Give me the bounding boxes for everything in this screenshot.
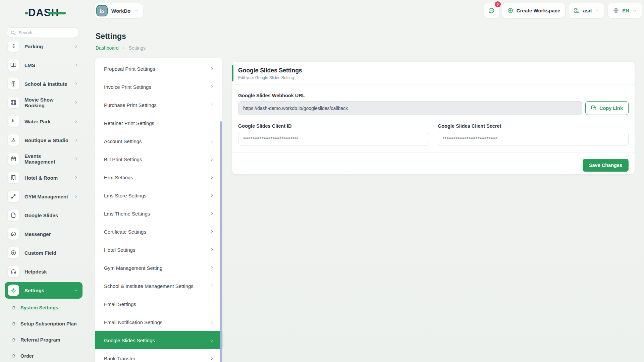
settings-menu-item-email-notification[interactable]: Email Notification Settings — [95, 313, 222, 331]
settings-menu-label: Hotel Settings — [104, 247, 210, 253]
sidebar-subitem-system-settings[interactable]: System Settings — [0, 300, 87, 316]
workspace-selector[interactable]: WorkDo — [95, 3, 143, 18]
sidebar-item-settings[interactable]: Settings — [0, 281, 87, 300]
language-dropdown[interactable]: EN — [608, 3, 642, 18]
sidebar-item-boutique-studio[interactable]: Boutique & Studio — [0, 131, 87, 149]
chevron-down-icon — [134, 8, 139, 13]
hotel-building-icon — [8, 172, 19, 183]
save-changes-button[interactable]: Save Changes — [583, 159, 629, 172]
settings-menu-item-retainer-print[interactable]: Retainer Print Settings — [95, 114, 222, 132]
client-id-input[interactable] — [238, 132, 429, 145]
messenger-button[interactable]: 0 — [484, 3, 499, 18]
chevron-right-icon — [74, 44, 78, 49]
settings-menu-item-google-slides[interactable]: Google Slides Settings — [95, 331, 222, 349]
sidebar-subitem-order[interactable]: Order — [0, 348, 87, 362]
sidebar-item-label: Google Slides — [24, 213, 87, 218]
client-secret-input[interactable] — [438, 132, 629, 145]
sidebar-item-helpdesk[interactable]: Helpdesk — [0, 262, 87, 281]
settings-menu-item-proposal-print[interactable]: Proposal Print Settings — [95, 60, 222, 78]
settings-menu-label: Certificate Settings — [104, 229, 210, 235]
settings-menu-label: Proposal Print Settings — [104, 66, 210, 72]
sidebar-subitem-label: Referral Program — [20, 337, 60, 343]
open-book-icon — [8, 59, 19, 71]
settings-menu-item-school-institute-management[interactable]: School & Institute Management Settings — [95, 277, 222, 295]
settings-menu-item-invoice-print[interactable]: Invoice Print Settings — [95, 78, 222, 96]
sidebar-item-custom-field[interactable]: Custom Field — [0, 243, 87, 262]
breadcrumb-current: Settings — [129, 45, 146, 51]
search-input[interactable] — [18, 30, 75, 36]
sidebar-subitem-label: Order — [20, 353, 34, 359]
chevron-right-icon — [210, 229, 214, 234]
workspace-building-icon — [96, 5, 108, 16]
sidebar-item-movie-show-booking[interactable]: Movie Show Booking — [0, 93, 87, 112]
sidebar-item-messenger[interactable]: Messenger — [0, 225, 87, 243]
logo-accent-bar-icon — [48, 12, 66, 14]
workspace-switcher-label: asd — [583, 8, 592, 13]
settings-menu-item-account[interactable]: Account Settings — [95, 132, 222, 150]
settings-menu-item-email[interactable]: Email Settings — [95, 295, 222, 313]
donut-icon — [11, 306, 16, 310]
sidebar-item-events-management[interactable]: Events Management — [0, 149, 87, 168]
chevron-down-icon — [632, 8, 637, 13]
file-icon — [8, 209, 19, 221]
chevron-right-icon — [210, 338, 214, 343]
calendar-icon — [8, 153, 19, 165]
chevron-right-icon — [210, 193, 214, 198]
chevron-down-icon — [74, 288, 78, 293]
copy-link-label: Copy Link — [599, 106, 623, 111]
sidebar-item-school-institute[interactable]: School & Institute — [0, 74, 87, 93]
settings-menu-item-hrm[interactable]: Hrm Settings — [95, 168, 222, 186]
sidebar-subitem-setup-subscription-plan[interactable]: Setup Subscription Plan — [0, 316, 87, 332]
sidebar-item-google-slides[interactable]: Google Slides — [0, 206, 87, 225]
chevron-right-icon — [74, 194, 78, 199]
settings-active-pill[interactable]: Settings — [5, 282, 83, 299]
card-subtitle: Edit your Google Slides Setting — [238, 75, 629, 80]
settings-menu-item-bank-transfer[interactable]: Bank Transfer — [95, 349, 222, 362]
client-secret-label: Google Slides Client Secret — [438, 123, 629, 129]
sidebar-item-parking[interactable]: Parking — [0, 37, 87, 56]
page-title: Settings — [96, 32, 126, 41]
sidebar-item-hotel-room[interactable]: Hotel & Room — [0, 168, 87, 187]
settings-menu-item-gym-management[interactable]: Gym Management Setting — [95, 259, 222, 277]
settings-menu-item-certificate[interactable]: Certificate Settings — [95, 223, 222, 241]
settings-menu-scrollbar[interactable] — [220, 121, 222, 362]
sidebar-item-label: Messenger — [24, 231, 87, 237]
chevron-right-icon — [74, 119, 78, 124]
sidebar-item-label: Hotel & Room — [24, 175, 68, 181]
sidebar-item-label: Settings — [24, 288, 68, 293]
settings-menu-item-purchase-print[interactable]: Purchase Print Settings — [95, 96, 222, 114]
sidebar-item-label: Water Park — [24, 119, 68, 124]
sidebar-item-water-park[interactable]: Water Park — [0, 112, 87, 131]
sidebar-item-label: Custom Field — [24, 250, 87, 256]
dumbbell-icon — [8, 191, 19, 202]
settings-menu-item-lms-theme[interactable]: Lms Theme Settings — [95, 204, 222, 223]
app-logo[interactable]: DASH — [0, 7, 87, 19]
settings-menu-item-lms-store[interactable]: Lms Store Settings — [95, 186, 222, 204]
workspace-name: WorkDo — [111, 8, 130, 14]
chevron-right-icon — [74, 138, 78, 142]
breadcrumb-dashboard-link[interactable]: Dashboard — [96, 45, 119, 51]
sidebar-item-gym-management[interactable]: GYM Management — [0, 187, 87, 206]
chevron-right-icon — [210, 284, 214, 288]
sidebar-subitem-referral-program[interactable]: Referral Program — [0, 332, 87, 348]
workspace-switcher-dropdown[interactable]: asd — [569, 3, 604, 18]
settings-menu-label: Purchase Print Settings — [104, 102, 210, 108]
settings-menu-item-bill-print[interactable]: Bill Print Settings — [95, 150, 222, 168]
chevron-right-icon — [210, 356, 214, 361]
sidebar-item-lms[interactable]: LMS — [0, 56, 87, 74]
chevron-right-icon — [74, 157, 78, 161]
settings-menu-panel: Proposal Print Settings Invoice Print Se… — [95, 58, 222, 362]
copy-link-button[interactable]: Copy Link — [585, 101, 629, 115]
chevron-right-icon — [210, 157, 214, 162]
chevron-right-icon — [210, 320, 214, 324]
create-workspace-button[interactable]: Create Workspace — [502, 3, 566, 18]
client-id-field-group: Google Slides Client ID — [238, 123, 429, 145]
settings-menu-label: School & Institute Management Settings — [104, 283, 210, 289]
sidebar-item-label: Boutique & Studio — [24, 137, 68, 143]
chevron-right-icon — [210, 302, 214, 306]
settings-menu-label: Email Settings — [104, 301, 210, 307]
webhook-url-label: Google Slides Webhook URL — [238, 93, 629, 98]
webhook-url-input[interactable] — [238, 101, 582, 115]
webhook-row: Copy Link — [238, 101, 629, 115]
settings-menu-item-hotel[interactable]: Hotel Settings — [95, 241, 222, 259]
